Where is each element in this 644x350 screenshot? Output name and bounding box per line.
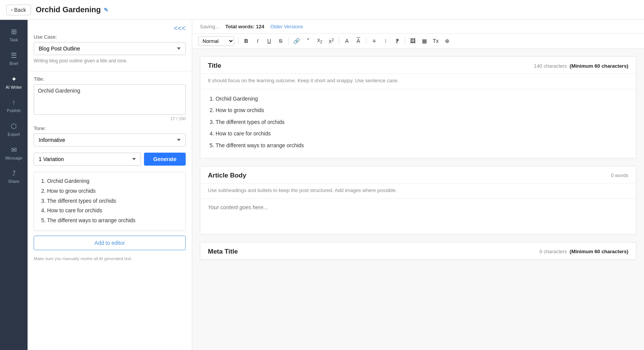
article-body-section: Article Body 0 words Use subheadings and… [200, 166, 636, 234]
editor-content: Title 140 characters (Minimum 60 charact… [192, 49, 644, 268]
image-button[interactable]: 🖼 [407, 36, 418, 46]
list-item: How to grow orchids [47, 187, 179, 196]
title-section-meta: 140 characters (Minimum 60 characters) [534, 63, 628, 69]
article-body-body [200, 199, 636, 234]
list-item: Orchid Gardening [216, 94, 628, 103]
title-section-body[interactable]: Orchid Gardening How to grow orchids The… [200, 89, 636, 158]
list-item: How to care for orchids [47, 206, 179, 215]
ai-writer-panel: <<< Use Case: Blog Post Outline Writing … [28, 20, 192, 350]
sidebar-item-publish[interactable]: ↑ Publish [0, 94, 28, 117]
edit-icon[interactable]: ✎ [104, 7, 108, 13]
add-to-editor-button[interactable]: Add to editor [34, 236, 186, 250]
sidebar-item-ai-writer-label: AI Writer [6, 85, 22, 90]
meta-title-title: Meta Title [208, 248, 238, 256]
page-title: Orchid Gardening ✎ [36, 5, 108, 14]
title-section-hint: It should focus on the learning outcome.… [200, 74, 636, 89]
article-body-header: Article Body 0 words [200, 166, 636, 184]
tone-label: Tone: [28, 125, 192, 133]
quote-button[interactable]: “ [303, 36, 314, 46]
result-box: Orchid Gardening How to grow orchids The… [34, 172, 186, 231]
insert-button[interactable]: ⊕ [442, 36, 453, 46]
use-case-label: Use Case: [28, 34, 192, 42]
italic-button[interactable]: I [252, 36, 263, 46]
back-arrow-icon: ‹ [11, 7, 13, 13]
task-icon: ⊞ [11, 28, 17, 36]
collapse-button[interactable]: <<< [173, 24, 186, 33]
superscript-button[interactable]: X2 [326, 36, 337, 46]
saving-text: Saving... [200, 24, 219, 29]
export-icon: ⬡ [11, 122, 17, 130]
article-body-textarea[interactable] [208, 204, 628, 227]
variation-select[interactable]: 1 Variation 2 Variations 3 Variations [34, 153, 141, 166]
editor-area: Saving... Total words: 124 Older Version… [192, 20, 644, 350]
unordered-list-button[interactable]: ⁝ [380, 36, 391, 46]
subscript-button[interactable]: X2 [314, 36, 325, 46]
older-versions-link[interactable]: Older Versions [270, 24, 303, 29]
align-button[interactable]: ⁋ [392, 36, 402, 46]
article-body-meta: 0 words [611, 173, 628, 178]
sidebar-item-message[interactable]: ✉ Message [0, 141, 28, 165]
sidebar-item-brief-label: Brief [10, 61, 18, 66]
sidebar-item-task[interactable]: ⊞ Task [0, 23, 28, 47]
result-list: Orchid Gardening How to grow orchids The… [40, 177, 179, 225]
title-input[interactable]: Orchid Gardening [34, 84, 186, 115]
title-char-count: 17 / 150 [28, 116, 192, 125]
text-color-button[interactable]: A [342, 36, 352, 46]
list-item: The different types of orchids [216, 118, 628, 126]
underline-button[interactable]: U [264, 36, 275, 46]
title-section-title: Title [208, 62, 221, 70]
brief-icon: ☰ [11, 51, 17, 60]
back-button[interactable]: ‹ Back [6, 5, 31, 15]
title-label: Title: [28, 76, 192, 84]
toolbar-divider-2 [288, 37, 289, 45]
use-case-select[interactable]: Blog Post Outline [34, 42, 186, 55]
top-header: ‹ Back Orchid Gardening ✎ [0, 0, 644, 20]
editor-topbar: Saving... Total words: 124 Older Version… [192, 20, 644, 34]
list-item: The different ways to arrange orchids [47, 216, 179, 225]
toolbar-divider-5 [405, 37, 405, 45]
panel-header: <<< [28, 20, 192, 34]
sidebar-item-task-label: Task [10, 37, 18, 42]
format-select[interactable]: Normal Heading 1 Heading 2 Heading 3 [198, 36, 234, 46]
sidebar-item-share[interactable]: ⤴ Share [0, 165, 28, 188]
panel-divider [28, 71, 192, 72]
list-item: How to care for orchids [216, 129, 628, 138]
sidebar-item-message-label: Message [5, 156, 23, 160]
toolbar-divider-1 [238, 37, 239, 45]
clear-format-button[interactable]: Tx [430, 36, 441, 46]
share-icon: ⤴ [12, 169, 16, 177]
sidebar-item-ai-writer[interactable]: ✦ AI Writer [0, 70, 28, 94]
message-icon: ✉ [11, 146, 17, 154]
article-body-title: Article Body [208, 172, 246, 179]
toolbar-divider-3 [339, 37, 339, 45]
toolbar-divider-4 [366, 37, 366, 45]
word-count: Total words: 124 [226, 24, 265, 29]
sidebar-nav: ⊞ Task ☰ Brief ✦ AI Writer ↑ Publish ⬡ E… [0, 20, 28, 350]
meta-title-header: Meta Title 0 characters (Minimum 60 char… [200, 243, 636, 260]
panel-footer: Make sure you manually review all AI gen… [28, 256, 192, 261]
publish-icon: ↑ [12, 99, 16, 107]
text-highlight-button[interactable]: A [353, 36, 364, 46]
table-button[interactable]: ▦ [419, 36, 430, 46]
sidebar-item-export[interactable]: ⬡ Export [0, 117, 28, 141]
sidebar-item-share-label: Share [8, 179, 19, 184]
use-case-hint: Writing blog post outline given a title … [28, 58, 192, 70]
sidebar-item-publish-label: Publish [7, 108, 21, 113]
list-item: Orchid Gardening [47, 177, 179, 186]
link-button[interactable]: 🔗 [291, 36, 302, 46]
generate-button[interactable]: Generate [144, 153, 186, 166]
list-item: The different ways to arrange orchids [216, 141, 628, 150]
title-section: Title 140 characters (Minimum 60 charact… [200, 56, 636, 158]
ordered-list-button[interactable]: ≡ [369, 36, 379, 46]
ai-writer-icon: ✦ [11, 75, 17, 83]
bold-button[interactable]: B [241, 36, 252, 46]
title-section-header: Title 140 characters (Minimum 60 charact… [200, 57, 636, 74]
tone-select[interactable]: Informative Conversational Professional … [34, 133, 186, 147]
editor-toolbar: Normal Heading 1 Heading 2 Heading 3 B I… [192, 34, 644, 49]
sidebar-item-brief[interactable]: ☰ Brief [0, 47, 28, 70]
back-label: Back [14, 7, 26, 13]
variation-row: 1 Variation 2 Variations 3 Variations Ge… [28, 153, 192, 172]
meta-title-section: Meta Title 0 characters (Minimum 60 char… [200, 242, 636, 260]
meta-title-meta: 0 characters (Minimum 60 characters) [539, 249, 628, 254]
strikethrough-button[interactable]: S [275, 36, 286, 46]
